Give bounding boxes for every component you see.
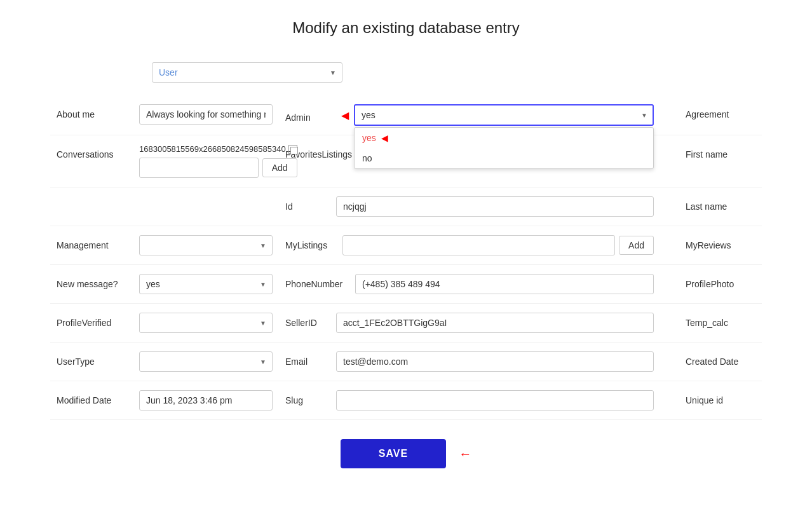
management-label: Management — [57, 235, 139, 250]
page-title: Modify an existing database entry — [0, 0, 812, 56]
admin-dropdown-list: yes ◀ no — [354, 127, 654, 169]
save-button[interactable]: SAVE — [341, 439, 446, 468]
profile-verified-select[interactable]: yes no — [139, 313, 273, 333]
user-type-label: UserType — [57, 351, 139, 367]
type-of-thing-select[interactable]: User Listing Review — [152, 62, 342, 83]
type-of-thing-select-wrapper: User Listing Review — [152, 62, 342, 83]
my-listings-label: MyListings — [285, 235, 342, 250]
slug-label: Slug — [285, 390, 336, 405]
seller-id-input[interactable] — [336, 313, 654, 333]
modified-date-input[interactable] — [139, 390, 273, 411]
phone-number-input[interactable] — [355, 274, 654, 294]
modified-date-label: Modified Date — [57, 390, 139, 405]
profile-verified-label: ProfileVerified — [57, 313, 139, 328]
email-label: Email — [285, 351, 336, 367]
save-arrow-icon: ← — [459, 447, 471, 461]
copy-icon[interactable] — [288, 145, 297, 154]
id-input[interactable] — [336, 196, 654, 217]
created-date-label: Created Date — [667, 351, 738, 367]
about-me-input[interactable] — [139, 104, 273, 125]
new-message-label: New message? — [57, 274, 139, 289]
unique-id-label: Unique id — [667, 390, 723, 405]
user-type-select[interactable]: buyer seller — [139, 351, 273, 372]
admin-select[interactable]: yes no — [354, 104, 654, 126]
agreement-label: Agreement — [667, 104, 729, 119]
id-label: Id — [285, 196, 336, 212]
bottom-section: SAVE ← — [50, 420, 762, 487]
phone-number-label: PhoneNumber — [285, 274, 355, 289]
admin-label: Admin — [285, 107, 336, 123]
admin-arrow-icon: ◀ — [341, 109, 349, 121]
my-reviews-label: MyReviews — [667, 235, 731, 250]
slug-input[interactable] — [336, 390, 654, 411]
conversations-label: Conversations — [57, 144, 139, 160]
management-select[interactable]: Option1 Option2 — [139, 235, 273, 255]
type-of-thing-label — [57, 70, 139, 75]
admin-option-no[interactable]: no — [355, 148, 653, 168]
conversations-add-input[interactable] — [139, 158, 259, 178]
seller-id-label: SellerID — [285, 313, 336, 328]
temp-calc-label: Temp_calc — [667, 313, 728, 328]
yes-arrow-icon: ◀ — [381, 133, 388, 143]
my-listings-add-button[interactable]: Add — [619, 236, 654, 255]
conversations-value: 1683005815569x266850824598585340 — [139, 144, 297, 154]
first-name-label: First name — [667, 144, 727, 160]
admin-option-yes[interactable]: yes ◀ — [355, 128, 653, 148]
new-message-select[interactable]: yes no — [139, 274, 273, 294]
about-me-label: About me — [57, 104, 139, 119]
profile-photo-label: ProfilePhoto — [667, 274, 734, 289]
last-name-label: Last name — [667, 196, 727, 212]
my-listings-input[interactable] — [342, 235, 615, 255]
email-input[interactable] — [336, 351, 654, 372]
